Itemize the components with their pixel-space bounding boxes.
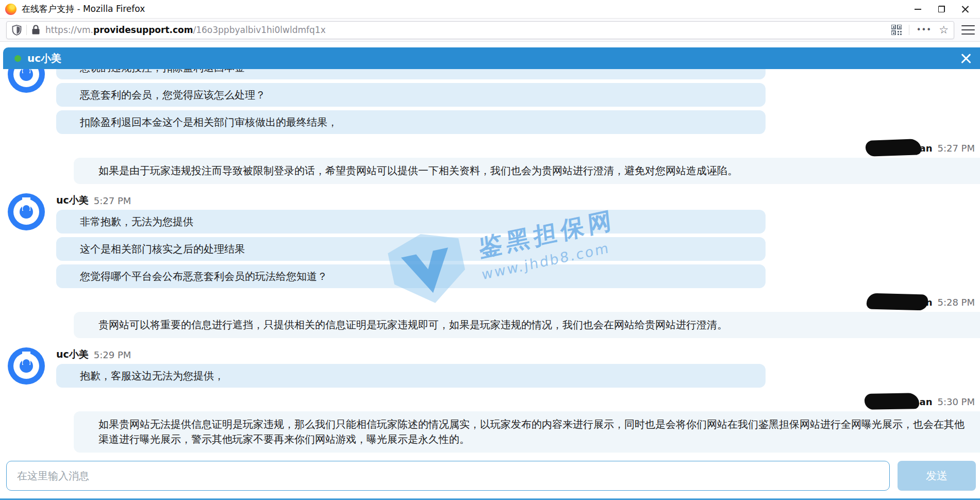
url-bar[interactable]: https://vm.providesupport.com/16o3ppbyal… (6, 21, 954, 39)
agent-avatar-logo (22, 352, 30, 365)
chat-widget: uc小美 您说的违规投注，扣除盈利退回本金 恶意套利的会员，您觉得应该怎么处理？… (0, 42, 980, 498)
agent-name: uc小美 (56, 194, 89, 207)
message-timestamp: 5:28 PM (937, 297, 975, 308)
visitor-message-meta: dinghaigan 5:28 PM (0, 295, 975, 309)
visitor-message-meta: dinghaigan 5:30 PM (0, 395, 975, 408)
agent-message-meta: uc小美 5:27 PM (56, 193, 980, 208)
urlbar-divider (909, 25, 909, 35)
agent-avatar-logo (22, 69, 30, 73)
browser-titlebar: 在线客户支持 - Mozilla Firefox (0, 0, 980, 19)
chat-message-list: 您说的违规投注，扣除盈利退回本金 恶意套利的会员，您觉得应该怎么处理？ 扣除盈利… (0, 69, 980, 455)
qr-scan-icon[interactable] (891, 25, 902, 35)
agent-name: uc小美 (56, 348, 89, 361)
agent-message: 抱歉，客服这边无法为您提供， (56, 364, 766, 388)
chat-close-icon[interactable] (960, 53, 972, 64)
window-title: 在线客户支持 - Mozilla Firefox (22, 3, 145, 15)
agent-message: 您说的违规投注，扣除盈利退回本金 (56, 69, 766, 79)
visitor-message-meta: dinghaigan 5:27 PM (0, 141, 975, 155)
agent-avatar-logo (22, 197, 30, 211)
agent-message: 您觉得哪个平台会公布恶意套利会员的玩法给您知道？ (56, 264, 766, 288)
close-icon (961, 5, 969, 13)
visitor-message: 如果贵网站无法提供信息证明是玩家违规，那么我们只能相信玩家陈述的情况属实，以玩家… (74, 411, 980, 453)
agent-message: 非常抱歉，无法为您提供 (56, 210, 766, 234)
url-text[interactable]: https://vm.providesupport.com/16o3ppbyal… (45, 25, 887, 35)
online-status-dot (14, 55, 21, 62)
browser-navbar: https://vm.providesupport.com/16o3ppbyal… (0, 19, 980, 42)
redaction-scribble (866, 293, 928, 310)
agent-message-group: 您说的违规投注，扣除盈利退回本金 恶意套利的会员，您觉得应该怎么处理？ 扣除盈利… (0, 69, 980, 134)
agent-message: 这个是相关部门核实之后的处理结果 (56, 237, 766, 261)
agent-message: 恶意套利的会员，您觉得应该怎么处理？ (56, 83, 766, 107)
url-scheme: https://vm. (45, 25, 93, 35)
restore-button[interactable] (929, 2, 953, 17)
redaction-scribble (864, 393, 919, 410)
visitor-message: 如果是由于玩家违规投注而导致被限制登录的话，希望贵网站可以提供一下相关资料，我们… (74, 158, 980, 184)
visitor-message: 贵网站可以将重要的信息进行遮挡，只提供相关的信息证明是玩家违规即可，如果是玩家违… (74, 312, 980, 338)
agent-message-meta: uc小美 5:29 PM (56, 347, 980, 362)
shield-icon[interactable] (12, 25, 22, 36)
message-timestamp: 5:27 PM (94, 195, 131, 206)
send-button[interactable]: 发送 (898, 461, 976, 491)
url-path: /16o3ppbyalbiv1hi0lwldmfq1x (193, 25, 326, 35)
message-timestamp: 5:27 PM (937, 143, 975, 154)
lock-icon[interactable] (31, 25, 40, 35)
agent-message-group: uc小美 5:27 PM 非常抱歉，无法为您提供 这个是相关部门核实之后的处理结… (0, 193, 980, 288)
url-domain: providesupport.com (93, 25, 193, 35)
agent-message-group: uc小美 5:29 PM 抱歉，客服这边无法为您提供， (0, 347, 980, 388)
message-timestamp: 5:30 PM (937, 396, 975, 407)
minimize-button[interactable] (906, 2, 929, 17)
message-input[interactable] (6, 461, 890, 491)
redaction-scribble (865, 139, 921, 157)
agent-message: 扣除盈利退回本金这个是相关部门审核做出的最终结果， (56, 110, 766, 134)
chat-agent-name: uc小美 (27, 52, 61, 65)
urlbar-divider (26, 25, 27, 35)
close-button[interactable] (953, 2, 977, 17)
chat-input-row: 发送 (6, 461, 976, 491)
firefox-icon (5, 4, 16, 15)
agent-avatar (8, 347, 45, 385)
minimize-icon (915, 9, 921, 10)
menu-icon[interactable] (961, 24, 975, 36)
agent-avatar (8, 193, 45, 230)
page-actions-icon[interactable]: ••• (917, 25, 932, 35)
restore-icon (938, 6, 945, 12)
bookmark-star-icon[interactable]: ☆ (939, 25, 949, 36)
message-timestamp: 5:29 PM (94, 349, 131, 360)
chat-header: uc小美 (3, 47, 980, 69)
agent-avatar (8, 69, 45, 93)
